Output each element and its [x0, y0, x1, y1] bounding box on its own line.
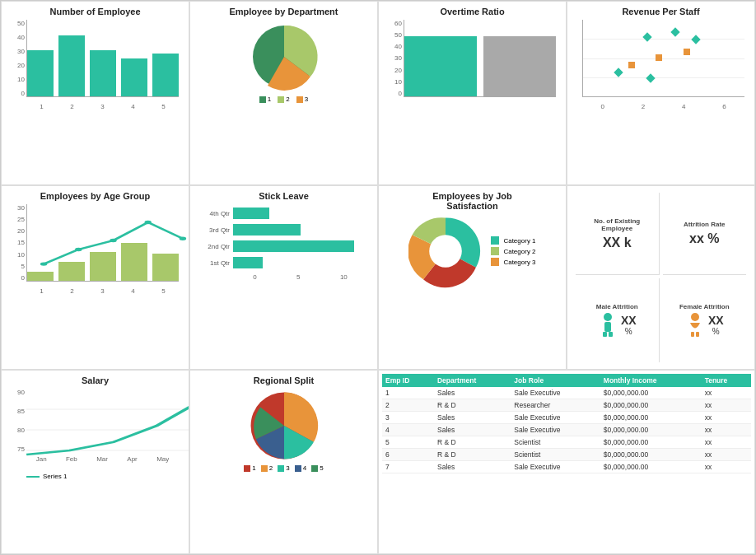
hbar-row-2: 2nd Qtr [197, 240, 367, 252]
legend-label: Category 2 [503, 248, 535, 255]
chart-title: Employee by Department [197, 7, 371, 16]
table-row: 5 R & D Scientist $0,000,000.00 xx [382, 436, 751, 449]
svg-rect-12 [691, 332, 694, 337]
y-label: 10 [17, 76, 25, 83]
cell-income: $0,000,000.00 [600, 399, 702, 412]
legend-label: 2 [269, 464, 273, 472]
cell-empid: 2 [382, 399, 434, 412]
y-label: 0 [21, 274, 25, 282]
y-label: 10 [394, 78, 402, 86]
x-label: 0 [600, 103, 604, 110]
chart-title: Overtime Ratio [385, 7, 559, 16]
legend-color [278, 465, 284, 472]
cell-role: Scientist [511, 436, 600, 449]
x-label: 6 [722, 103, 726, 110]
chart-title: Stick Leave [197, 191, 371, 201]
col-dept: Department [434, 374, 511, 387]
svg-point-2 [75, 248, 82, 251]
legend-color [491, 258, 499, 266]
x-label: 5 [296, 273, 300, 281]
legend-color-3 [296, 96, 303, 103]
number-of-employee-chart: Number of Employee 50 40 30 20 10 0 1 [1, 1, 189, 185]
cell-income: $0,000,000.00 [600, 436, 702, 449]
cell-income: $0,000,000.00 [600, 461, 702, 473]
cell-empid: 6 [382, 449, 434, 461]
male-attrition-stat: Male Attrition XX % [576, 278, 660, 362]
scatter-dot [692, 35, 701, 44]
cell-role: Scientist [511, 449, 600, 461]
chart-title: Salary [8, 375, 182, 385]
table-row: 2 R & D Researcher $0,000,000.00 xx [382, 399, 751, 412]
col-role: Job Role [511, 374, 600, 387]
cell-empid: 7 [382, 461, 434, 473]
y-label: 20 [394, 67, 402, 74]
col-tenure: Tenure [702, 374, 751, 387]
svg-point-7 [604, 313, 612, 321]
employees-by-age-group-chart: Employees by Age Group 30 25 20 15 10 5 … [1, 185, 189, 370]
y-label: 0 [21, 90, 25, 97]
legend-label-1: 1 [268, 96, 271, 103]
x-label: 1 [40, 287, 43, 295]
legend-3: 3 [278, 464, 289, 472]
cell-empid: 1 [382, 387, 434, 399]
regional-split-chart: Regional Split 1 2 [189, 370, 378, 554]
chart-title: Number of Employee [8, 7, 182, 16]
cell-tenure: xx [702, 449, 751, 461]
svg-point-1 [40, 262, 47, 265]
svg-rect-8 [604, 322, 611, 332]
employee-table-cell: Emp ID Department Job Role Monthly Incom… [378, 370, 755, 554]
x-label: 4 [682, 103, 685, 110]
legend-1: 1 [244, 464, 255, 472]
regional-pie [243, 389, 325, 463]
svg-point-5 [180, 237, 186, 240]
hbar-bar [233, 208, 269, 219]
bar-5 [152, 54, 179, 96]
legend-color [491, 247, 499, 255]
y-label: 15 [17, 239, 25, 246]
bar-4 [121, 58, 147, 97]
bar-1 [27, 50, 54, 96]
y-label: 25 [17, 216, 25, 223]
existing-employee-stat: No. of Existing Employee XX k [576, 193, 660, 275]
cell-dept: Sales [434, 387, 511, 399]
cell-empid: 5 [382, 436, 434, 449]
x-label: 3 [100, 103, 104, 110]
employees-by-job-chart: Employees by JobSatisfaction Category 1 [378, 185, 567, 370]
y-label: 40 [394, 43, 402, 50]
stat-label: Attrition Rate [684, 221, 726, 228]
chart-title: Revenue Per Staff [574, 7, 748, 16]
x-label: 2 [642, 103, 645, 110]
svg-point-4 [144, 221, 151, 224]
cell-role: Sale Executive [511, 412, 600, 424]
legend-label: Category 1 [503, 237, 535, 245]
legend-color [261, 465, 268, 472]
chart-title: Employees by JobSatisfaction [385, 191, 559, 211]
male-value: XX [621, 314, 637, 327]
legend-label: 3 [286, 464, 289, 472]
cell-income: $0,000,000.00 [600, 412, 702, 424]
y-label: 10 [17, 251, 25, 259]
chart-title: Employees by Age Group [8, 191, 182, 201]
cell-dept: Sales [434, 412, 511, 424]
x-label: 5 [161, 287, 165, 295]
hbar-label: 3rd Qtr [197, 226, 230, 234]
legend-color-1 [259, 96, 266, 103]
stats-cell: No. of Existing Employee XX k Attrition … [567, 185, 755, 370]
cell-tenure: xx [702, 461, 751, 473]
y-label: 30 [17, 204, 25, 212]
x-label: 0 [253, 273, 256, 281]
cell-dept: R & D [434, 436, 511, 449]
attrition-rate-stat: Attrition Rate xx % [663, 193, 747, 275]
dashboard: Number of Employee 50 40 30 20 10 0 1 [0, 0, 756, 555]
x-label: 4 [131, 103, 134, 110]
y-label: 85 [17, 408, 25, 415]
legend-item-3: 3 [296, 96, 308, 103]
pie-chart [243, 20, 325, 94]
cell-role: Sale Executive [511, 387, 600, 399]
svg-point-11 [691, 313, 699, 321]
svg-point-3 [110, 239, 116, 242]
donut-legend: Category 1 Category 2 Category 3 [491, 236, 535, 266]
y-label: 5 [21, 263, 25, 270]
legend-item-1: 1 [259, 96, 271, 103]
stick-leave-chart: Stick Leave 4th Qtr 3rd Qtr 2nd Qtr [189, 185, 378, 370]
